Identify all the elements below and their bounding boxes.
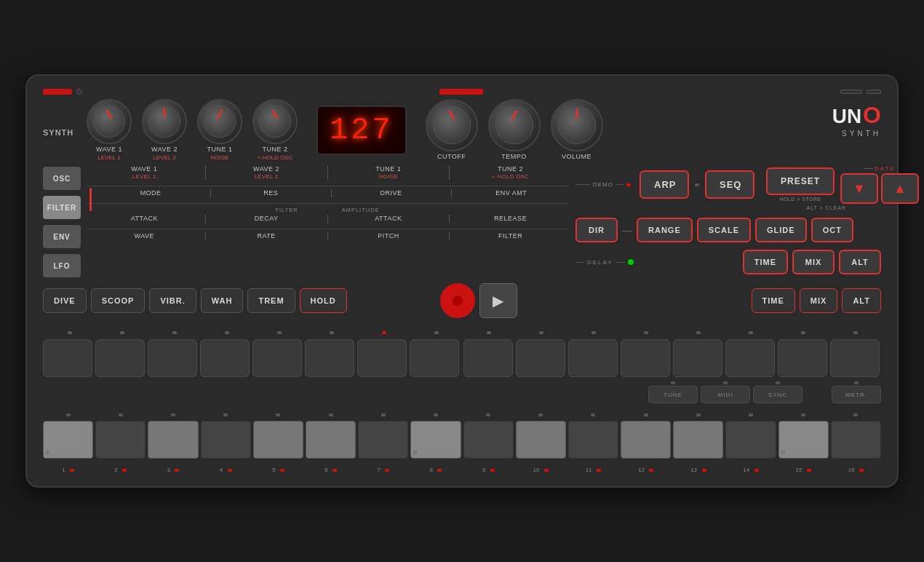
- sync-button[interactable]: SYNC: [753, 386, 802, 403]
- logo-o: O: [863, 103, 881, 127]
- tune-led: [671, 381, 675, 384]
- piano-key-7[interactable]: [358, 421, 408, 459]
- step-pad-11[interactable]: [568, 339, 618, 377]
- step-pad-12[interactable]: [621, 339, 670, 377]
- step-pad-9[interactable]: [463, 339, 513, 377]
- scoop-button[interactable]: SCOOP: [91, 288, 146, 313]
- alt-button[interactable]: ALT: [839, 250, 881, 274]
- oct-button[interactable]: OCT: [811, 218, 853, 242]
- piano-key-1[interactable]: C: [43, 421, 93, 459]
- piano-key-14[interactable]: [725, 421, 776, 459]
- filter-button[interactable]: FILTER: [43, 196, 81, 219]
- delay-label: DELAY: [587, 259, 613, 266]
- range-button[interactable]: RANGE: [637, 218, 693, 242]
- param-divider: [210, 189, 211, 197]
- step-pad-13[interactable]: [673, 339, 722, 377]
- step-pad-8[interactable]: [410, 339, 459, 377]
- scale-button[interactable]: SCALE: [697, 218, 751, 242]
- param-amp-attack: ATTACK: [331, 215, 447, 223]
- delay-section: DELAY TIME MIX ALT: [575, 250, 881, 274]
- step-num-12: 12: [638, 467, 645, 473]
- piano-key-5[interactable]: [253, 421, 303, 459]
- key-led-15: [801, 413, 805, 416]
- wah-button[interactable]: WAH: [201, 288, 244, 313]
- time-button[interactable]: TIME: [743, 250, 788, 274]
- piano-key-6[interactable]: [306, 421, 356, 459]
- step-num-16: 16: [848, 467, 855, 473]
- piano-key-16[interactable]: [831, 421, 881, 459]
- vibr-button[interactable]: VIBR.: [149, 288, 196, 313]
- midi-button[interactable]: MIDI: [701, 386, 750, 403]
- key-led-row: [43, 406, 881, 419]
- step-pad-5[interactable]: [252, 339, 302, 377]
- lfo-param-row: WAVE RATE PITCH FILTER: [87, 232, 568, 240]
- piano-key-12[interactable]: [621, 421, 671, 459]
- pad-led-7: [382, 331, 386, 334]
- knob-wave1[interactable]: [87, 99, 132, 144]
- piano-key-13[interactable]: [673, 421, 723, 459]
- arp-button[interactable]: ARP: [640, 170, 689, 199]
- step-pad-7[interactable]: [357, 339, 407, 377]
- piano-key-10[interactable]: [516, 421, 566, 459]
- step-pads-row: [43, 339, 881, 377]
- piano-key-8[interactable]: C: [410, 421, 461, 459]
- step-pad-10[interactable]: [516, 339, 565, 377]
- seq-led-top: [695, 183, 699, 186]
- play-button[interactable]: ▶: [479, 283, 517, 318]
- step-number-row: 1 2 3 4 5 6 7 8: [43, 462, 881, 475]
- seq-button[interactable]: SEQ: [705, 170, 754, 199]
- data-down-button[interactable]: ▼: [840, 173, 878, 204]
- dive-button[interactable]: DIVE: [43, 288, 87, 313]
- step-pad-16[interactable]: [830, 339, 880, 377]
- step-pad-1[interactable]: [43, 339, 92, 377]
- top-port-2: [439, 89, 483, 95]
- pad-led-3: [172, 331, 177, 334]
- param-divider: [451, 189, 452, 197]
- mix-button-2[interactable]: MIX: [800, 288, 838, 313]
- right-panel: DEMO ARP SEQ PRESET HOLD > STORE: [575, 165, 881, 277]
- param-lfo-filter: FILTER: [453, 232, 568, 240]
- piano-key-9[interactable]: [463, 421, 514, 459]
- param-tune1: TUNE 1 NOISE: [331, 165, 447, 180]
- hold-button[interactable]: HOLD: [300, 288, 347, 313]
- env-button[interactable]: ENV: [43, 225, 81, 248]
- mix-button[interactable]: MIX: [792, 250, 835, 274]
- demo-label: DEMO: [593, 181, 613, 188]
- piano-key-11[interactable]: [568, 421, 618, 459]
- step-pad-3[interactable]: [148, 339, 197, 377]
- step-num-led-3: [175, 469, 179, 472]
- osc-button[interactable]: OSC: [43, 167, 81, 190]
- knob-sublabel-tune1: NOISE: [211, 154, 229, 161]
- time-button-2[interactable]: TIME: [752, 288, 795, 313]
- param-drive: DRIVE: [335, 189, 448, 197]
- step-pad-6[interactable]: [305, 339, 354, 377]
- knob-tune1[interactable]: [197, 99, 242, 144]
- knob-tempo[interactable]: [488, 99, 541, 151]
- knob-label-tune1: TUNE 1: [207, 146, 232, 153]
- dir-range-row: DIR — RANGE SCALE GLIDE OCT: [575, 218, 881, 242]
- preset-button[interactable]: PRESET: [766, 167, 835, 195]
- knob-cutoff[interactable]: [426, 99, 478, 151]
- glide-button[interactable]: GLIDE: [755, 218, 807, 242]
- key-led-6: [329, 413, 333, 416]
- alt-button-2[interactable]: ALT: [842, 288, 881, 313]
- step-pad-4[interactable]: [200, 339, 250, 377]
- step-pad-2[interactable]: [95, 339, 145, 377]
- step-pad-15[interactable]: [778, 339, 827, 377]
- piano-key-4[interactable]: [201, 421, 251, 459]
- trem-button[interactable]: TREM: [247, 288, 295, 313]
- dir-button[interactable]: DIR: [575, 218, 618, 242]
- piano-key-15[interactable]: C: [778, 421, 829, 459]
- rec-icon: [453, 296, 463, 306]
- rec-button[interactable]: [440, 283, 475, 318]
- lfo-button[interactable]: LFO: [43, 254, 81, 277]
- knob-volume[interactable]: [551, 99, 603, 151]
- tune-button[interactable]: TUNE: [648, 386, 698, 403]
- knob-wave2[interactable]: [142, 99, 187, 144]
- knob-tune2[interactable]: [252, 99, 298, 144]
- metr-button[interactable]: METR.: [832, 386, 881, 403]
- step-pad-14[interactable]: [725, 339, 775, 377]
- piano-key-2[interactable]: [95, 421, 146, 459]
- data-up-button[interactable]: ▲: [881, 173, 919, 204]
- piano-key-3[interactable]: [148, 421, 198, 459]
